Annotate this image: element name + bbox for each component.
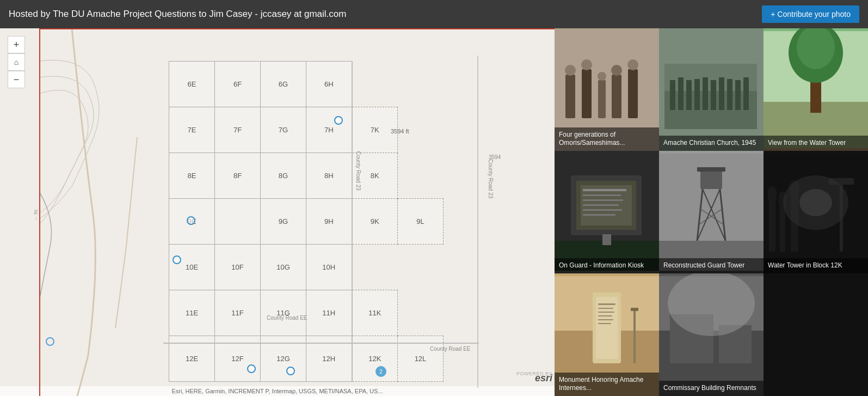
svg-rect-76 — [598, 308, 613, 309]
photo-image-3 — [764, 28, 868, 151]
grid-cell-8E: 8E — [169, 153, 215, 199]
marker-12F[interactable] — [247, 364, 256, 375]
grid-cell-12E: 12E — [169, 336, 215, 382]
grid-cell-10E: 10E — [169, 245, 215, 290]
grid-cell-11-empty — [398, 290, 444, 336]
grid-cell-12G: 12G — [261, 336, 306, 382]
photo-tile-5[interactable]: Reconstructed Guard Tower — [659, 151, 764, 273]
svg-rect-41 — [583, 194, 621, 196]
grid-cell-7E: 7E — [169, 107, 215, 153]
contribute-button[interactable]: + Contribute your photo — [762, 5, 859, 23]
grid-cell-9K: 9K — [352, 199, 398, 245]
photo-tile-7[interactable]: Monument Honoring Amache Internees... — [555, 273, 659, 396]
grid-cell-9L: 9L — [398, 199, 444, 245]
svg-rect-13 — [612, 75, 621, 118]
grid-cell-6-empty2 — [398, 62, 444, 107]
county-road-23-label: County Road 23 — [355, 151, 361, 191]
grid-cell-11H: 11H — [306, 290, 352, 336]
svg-point-8 — [565, 65, 576, 76]
svg-rect-51 — [697, 167, 725, 172]
marker-9F[interactable] — [187, 216, 195, 227]
svg-rect-75 — [598, 303, 615, 305]
main-content: + ⌂ − ← Rt County Road 23 — [0, 28, 868, 396]
photo-caption-1: Four generations of Omoris/Sameshimas... — [555, 127, 659, 151]
grid-cell-11F: 11F — [215, 290, 261, 336]
svg-point-16 — [627, 59, 638, 70]
header: Hosted by The DU Amache Project Question… — [0, 0, 868, 28]
grid-cell-8G: 8G — [261, 153, 306, 199]
county-road-ee-label: County Road EE — [267, 315, 307, 321]
esri-logo: esri — [535, 373, 552, 384]
photo-image-4 — [555, 151, 659, 273]
photo-caption-4: On Guard - Information Kiosk — [555, 258, 659, 273]
svg-text:County Road 23: County Road 23 — [488, 159, 494, 199]
grid-cell-10H: 10H — [306, 245, 352, 290]
photo-tile-2[interactable]: Amache Christian Church, 1945 — [659, 28, 764, 151]
photo-panel: Four generations of Omoris/Sameshimas... — [555, 28, 868, 396]
svg-rect-24 — [703, 77, 708, 110]
photo-tile-1[interactable]: Four generations of Omoris/Sameshimas... — [555, 28, 659, 151]
zoom-out-button[interactable]: − — [8, 71, 25, 88]
photo-image-6 — [764, 151, 868, 273]
svg-rect-82 — [631, 308, 638, 311]
photo-image-8 — [659, 273, 764, 396]
svg-text:3594 ft: 3594 ft — [489, 154, 501, 160]
svg-point-10 — [581, 59, 592, 70]
svg-point-14 — [611, 65, 622, 76]
svg-rect-44 — [583, 209, 622, 211]
photo-tile-6[interactable]: Water Tower in Block 12K — [764, 151, 868, 273]
svg-rect-26 — [719, 77, 724, 110]
svg-point-89 — [668, 273, 755, 336]
photo-caption-5: Reconstructed Guard Tower — [659, 258, 764, 273]
svg-point-0 — [46, 338, 54, 345]
grid-cell-12K: 12K 2 — [352, 336, 398, 382]
grid-cell-9F-empty — [215, 199, 261, 245]
photo-tile-3[interactable]: View from the Water Tower — [764, 28, 868, 151]
grid-cell-10G: 10G — [261, 245, 306, 290]
grid-cell-6E: 6E — [169, 62, 215, 107]
svg-rect-80 — [598, 323, 611, 324]
photo-caption-6: Water Tower in Block 12K — [764, 258, 868, 273]
zoom-in-button[interactable]: + — [8, 36, 25, 53]
grid-cell-10-empty2 — [398, 245, 444, 290]
svg-rect-43 — [583, 204, 619, 206]
marker-12K-cluster[interactable]: 2 — [375, 366, 386, 377]
home-button[interactable]: ⌂ — [8, 53, 25, 71]
grid-table: 6E 6F 6G 6H 7E 7F 7G 7H — [169, 61, 444, 382]
marker-7H[interactable] — [334, 116, 343, 126]
grid-cell-6H: 6H — [306, 62, 352, 107]
photo-caption-8: Commissary Building Remnants — [659, 381, 764, 396]
grid-cell-11G: 11G — [261, 290, 306, 336]
grid-cell-7H: 7H — [306, 107, 352, 153]
distance-label: 3594 ft — [391, 128, 409, 135]
map-container[interactable]: + ⌂ − ← Rt County Road 23 — [0, 28, 555, 396]
grid-cell-6-empty1 — [352, 62, 398, 107]
svg-rect-29 — [743, 77, 749, 110]
grid-cell-10F: 10F — [215, 245, 261, 290]
svg-rect-79 — [598, 319, 613, 320]
svg-rect-45 — [583, 214, 615, 216]
svg-point-69 — [799, 189, 832, 216]
red-boundary-vertical — [39, 28, 40, 396]
svg-rect-20 — [670, 80, 675, 110]
marker-10E[interactable] — [173, 255, 181, 266]
grid-cell-11E: 11E — [169, 290, 215, 336]
svg-rect-25 — [711, 80, 716, 110]
svg-rect-77 — [598, 312, 614, 313]
grid-cell-9G: 9G — [261, 199, 306, 245]
svg-rect-23 — [694, 79, 700, 110]
red-boundary-horizontal — [39, 28, 555, 29]
photo-caption-7: Monument Honoring Amache Internees... — [555, 373, 659, 396]
photo-tile-8[interactable]: Commissary Building Remnants — [659, 273, 764, 396]
svg-rect-50 — [700, 170, 722, 189]
terrain-area — [39, 28, 170, 396]
photo-caption-2: Amache Christian Church, 1945 — [659, 136, 764, 151]
photo-image-2 — [659, 28, 764, 151]
marker-12G[interactable] — [286, 367, 295, 377]
grid-cell-11K: 11K — [352, 290, 398, 336]
svg-rect-9 — [582, 69, 592, 118]
grid-cell-12F: 12F — [215, 336, 261, 382]
photo-tile-4[interactable]: On Guard - Information Kiosk — [555, 151, 659, 273]
grid-cell-7G: 7G — [261, 107, 306, 153]
grid-cell-9E: 9E — [169, 199, 215, 245]
